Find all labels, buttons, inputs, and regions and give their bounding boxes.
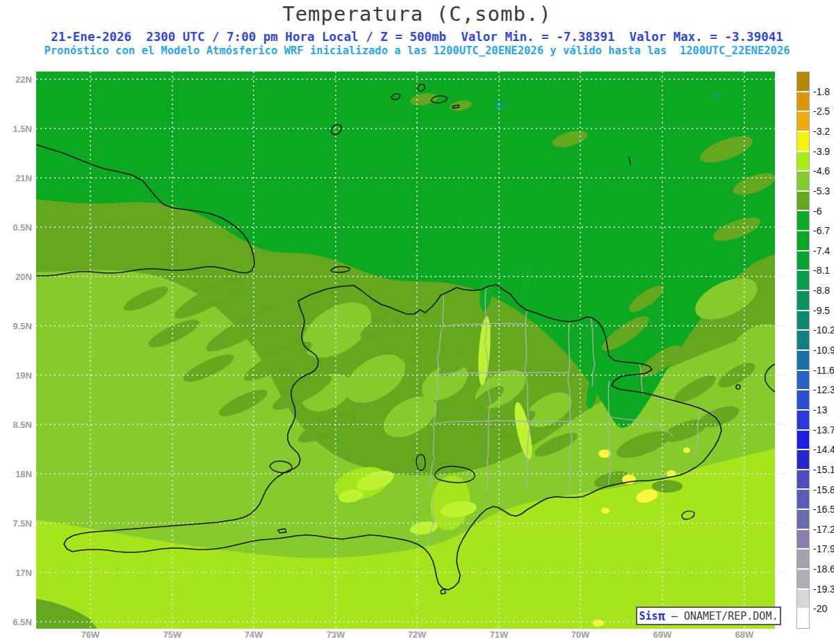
colorbar-tick-label: -8.8	[813, 285, 830, 296]
colorbar-tick-label: -9.5	[813, 305, 830, 316]
colorbar-swatch	[797, 112, 809, 132]
weather-map-page: Temperatura (C,somb.) 21-Ene-2026 2300 U…	[0, 0, 834, 644]
lat-tick-label: 22N	[1, 74, 32, 85]
colorbar-swatch	[797, 590, 809, 610]
lat-tick-label: 21N	[1, 173, 32, 183]
subtitle-model-run: Pronóstico con el Modelo Atmósferico WRF…	[0, 44, 834, 57]
lon-tick-label: 76W	[70, 629, 111, 640]
lon-tick-label: 70W	[559, 629, 601, 640]
colorbar-swatch	[797, 271, 809, 291]
credit-box: Sisπ – ONAMET/REP.DOM.	[636, 606, 781, 625]
colorbar-swatch	[797, 231, 809, 251]
sispi-brand: Sis	[639, 610, 658, 622]
colorbar-tick-label: -6.7	[813, 225, 830, 236]
colorbar-tick-label: -16.5	[813, 504, 834, 515]
colorbar-tick-label: -8.1	[813, 265, 830, 276]
colorbar-tick-label: -10.9	[813, 345, 834, 356]
colorbar-tick-label: -17.9	[813, 543, 834, 554]
colorbar-tick-label: -5.3	[813, 185, 830, 197]
colorbar-tick-label: -7.4	[813, 245, 830, 256]
colorbar-swatch	[797, 390, 809, 411]
colorbar-swatch	[797, 211, 809, 231]
colorbar-tick-label: -10.2	[813, 324, 834, 336]
colorbar-tick-label: -15.1	[813, 464, 834, 475]
lat-tick-label: 19N	[1, 370, 32, 381]
colorbar-swatch	[797, 331, 809, 351]
colorbar-tick-label: -6	[813, 206, 821, 217]
colorbar	[796, 72, 810, 629]
colorbar-swatch	[797, 132, 809, 152]
colorbar-swatch	[797, 450, 809, 470]
colorbar-swatch	[797, 609, 809, 628]
lat-tick-label: 20N	[1, 272, 32, 282]
colorbar-swatch	[797, 411, 809, 431]
colorbar-swatch	[797, 172, 809, 192]
lat-tick-label: 8.5N	[1, 420, 32, 430]
colorbar-swatch	[797, 251, 809, 272]
colorbar-swatch	[797, 351, 809, 371]
lon-tick-label: 68W	[723, 629, 765, 640]
colorbar-tick-label: -17.2	[813, 524, 834, 535]
lat-tick-label: 9.5N	[1, 321, 32, 331]
colorbar-tick-label: -1.8	[813, 86, 830, 97]
credit-text: – ONAMET/REP.DOM.	[665, 610, 778, 622]
colorbar-tick-label: -2.5	[813, 106, 830, 117]
colorbar-swatch	[797, 431, 809, 451]
lon-tick-label: 75W	[152, 629, 193, 640]
lon-tick-label: 73W	[315, 629, 357, 640]
colorbar-swatch	[797, 152, 809, 172]
colorbar-swatch	[797, 371, 809, 391]
colorbar-tick-label: -19.3	[813, 584, 834, 595]
colorbar-tick-label: -12.3	[813, 384, 834, 395]
colorbar-tick-label: -13.7	[813, 424, 834, 436]
colorbar-tick-label: -3.9	[813, 146, 830, 157]
colorbar-tick-label: -13	[813, 404, 827, 415]
lat-tick-label: 6.5N	[1, 617, 32, 627]
colorbar-swatch	[797, 72, 809, 92]
lat-tick-label: 0.5N	[1, 222, 32, 233]
lon-tick-label: 71W	[478, 629, 520, 640]
colorbar-swatch	[797, 490, 809, 510]
lon-tick-label: 74W	[233, 629, 275, 640]
colorbar-tick-label: -3.2	[813, 126, 830, 137]
colorbar-tick-label: -18.6	[813, 563, 834, 575]
lon-tick-label: 69W	[641, 629, 683, 640]
colorbar-tick-label: -14.4	[813, 444, 834, 455]
colorbar-swatch	[797, 192, 809, 212]
colorbar-swatch	[797, 291, 809, 311]
subtitle-valid-time: 21-Ene-2026 2300 UTC / 7:00 pm Hora Loca…	[0, 30, 834, 44]
colorbar-tick-label: -15.8	[813, 484, 834, 495]
lat-tick-label: 7.5N	[1, 518, 32, 529]
colorbar-swatch	[797, 510, 809, 530]
colorbar-swatch	[797, 570, 809, 590]
temperature-field	[36, 72, 786, 629]
sispi-pi-logo: π	[658, 609, 665, 623]
colorbar-swatch	[797, 550, 809, 570]
colorbar-tick-label: -20	[813, 603, 827, 614]
lat-tick-label: 1.5N	[1, 124, 32, 134]
map-canvas	[26, 67, 791, 636]
lat-tick-label: 18N	[1, 469, 32, 479]
lat-tick-label: 17N	[1, 568, 32, 578]
colorbar-swatch	[797, 470, 809, 490]
page-title: Temperatura (C,somb.)	[0, 2, 834, 26]
colorbar-swatch	[797, 311, 809, 331]
colorbar-swatch	[797, 530, 809, 550]
lon-tick-label: 72W	[396, 629, 438, 640]
colorbar-swatch	[797, 92, 809, 113]
colorbar-tick-label: -4.6	[813, 165, 830, 176]
colorbar-tick-label: -11.6	[813, 365, 834, 376]
